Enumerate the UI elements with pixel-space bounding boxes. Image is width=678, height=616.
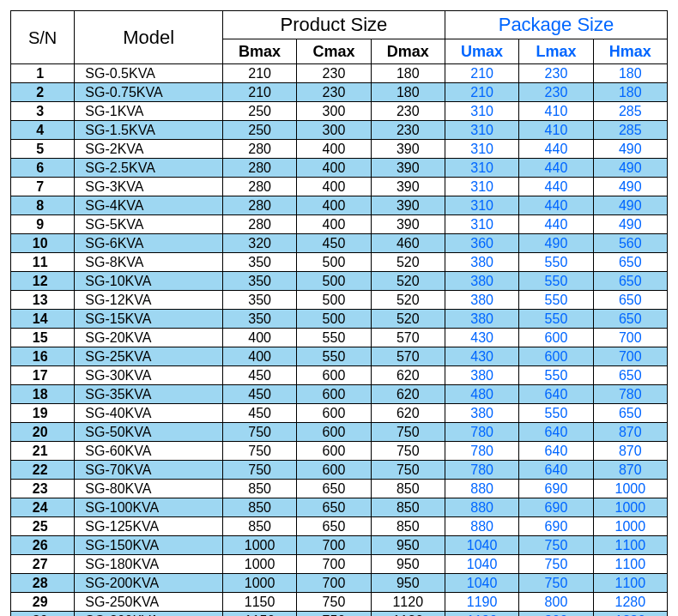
cell-cmax: 230 [297, 83, 371, 102]
cell-model: SG-8KVA [75, 253, 223, 272]
cell-umax: 210 [445, 64, 518, 83]
cell-sn: 4 [11, 121, 75, 140]
cell-hmax: 285 [593, 102, 667, 121]
cell-bmax: 450 [222, 366, 296, 385]
cell-bmax: 280 [222, 140, 296, 159]
cell-sn: 9 [11, 215, 75, 234]
table-row: 27SG-180KVA100070095010407501100 [11, 555, 668, 574]
cell-hmax: 180 [593, 83, 667, 102]
col-header-hmax: Hmax [593, 39, 667, 64]
cell-umax: 1040 [445, 555, 518, 574]
cell-dmax: 850 [371, 498, 445, 517]
cell-dmax: 750 [371, 423, 445, 442]
cell-hmax: 490 [593, 140, 667, 159]
cell-bmax: 850 [222, 517, 296, 536]
cell-model: SG-200KVA [75, 574, 223, 593]
cell-cmax: 500 [297, 291, 371, 310]
cell-dmax: 520 [371, 291, 445, 310]
cell-model: SG-40KVA [75, 404, 223, 423]
cell-lmax: 690 [519, 517, 593, 536]
cell-hmax: 560 [593, 234, 667, 253]
cell-dmax: 180 [371, 83, 445, 102]
cell-cmax: 600 [297, 404, 371, 423]
cell-cmax: 650 [297, 498, 371, 517]
cell-bmax: 280 [222, 178, 296, 196]
cell-bmax: 450 [222, 385, 296, 404]
cell-sn: 15 [11, 329, 75, 347]
col-header-dmax: Dmax [371, 39, 445, 64]
cell-dmax: 180 [371, 64, 445, 83]
cell-dmax: 750 [371, 461, 445, 480]
cell-model: SG-2.5KVA [75, 159, 223, 178]
cell-umax: 380 [445, 310, 518, 329]
table-row: 11SG-8KVA350500520380550650 [11, 253, 668, 272]
cell-model: SG-5KVA [75, 215, 223, 234]
table-row: 10SG-6KVA320450460360490560 [11, 234, 668, 253]
cell-hmax: 650 [593, 272, 667, 291]
cell-umax: 310 [445, 159, 518, 178]
cell-dmax: 570 [371, 347, 445, 366]
table-row: 16SG-25KVA400550570430600700 [11, 347, 668, 366]
table-row: 30SG-300KVA1150750112011908001280 [11, 612, 668, 617]
cell-sn: 16 [11, 347, 75, 366]
cell-umax: 880 [445, 517, 518, 536]
cell-bmax: 350 [222, 253, 296, 272]
cell-umax: 310 [445, 178, 518, 196]
cell-model: SG-20KVA [75, 329, 223, 347]
cell-cmax: 700 [297, 555, 371, 574]
cell-lmax: 640 [519, 442, 593, 461]
cell-sn: 6 [11, 159, 75, 178]
cell-model: SG-100KVA [75, 498, 223, 517]
table-row: 15SG-20KVA400550570430600700 [11, 329, 668, 347]
col-header-model: Model [75, 11, 223, 64]
cell-cmax: 300 [297, 121, 371, 140]
cell-umax: 210 [445, 83, 518, 102]
cell-dmax: 390 [371, 178, 445, 196]
cell-cmax: 230 [297, 64, 371, 83]
cell-model: SG-4KVA [75, 196, 223, 215]
cell-umax: 380 [445, 404, 518, 423]
cell-dmax: 570 [371, 329, 445, 347]
cell-sn: 28 [11, 574, 75, 593]
cell-bmax: 1000 [222, 536, 296, 555]
cell-model: SG-10KVA [75, 272, 223, 291]
cell-cmax: 600 [297, 385, 371, 404]
col-header-cmax: Cmax [297, 39, 371, 64]
cell-hmax: 1100 [593, 536, 667, 555]
table-row: 2SG-0.75KVA210230180210230180 [11, 83, 668, 102]
cell-dmax: 850 [371, 480, 445, 498]
cell-hmax: 650 [593, 404, 667, 423]
table-row: 8SG-4KVA280400390310440490 [11, 196, 668, 215]
cell-model: SG-0.5KVA [75, 64, 223, 83]
table-row: 6SG-2.5KVA280400390310440490 [11, 159, 668, 178]
cell-dmax: 1120 [371, 612, 445, 617]
cell-sn: 5 [11, 140, 75, 159]
cell-sn: 17 [11, 366, 75, 385]
cell-model: SG-150KVA [75, 536, 223, 555]
table-row: 23SG-80KVA8506508508806901000 [11, 480, 668, 498]
cell-lmax: 230 [519, 64, 593, 83]
table-row: 5SG-2KVA280400390310440490 [11, 140, 668, 159]
table-row: 4SG-1.5KVA250300230310410285 [11, 121, 668, 140]
cell-lmax: 410 [519, 121, 593, 140]
cell-umax: 430 [445, 347, 518, 366]
cell-bmax: 280 [222, 215, 296, 234]
cell-bmax: 750 [222, 442, 296, 461]
cell-cmax: 700 [297, 536, 371, 555]
cell-hmax: 700 [593, 347, 667, 366]
cell-lmax: 640 [519, 385, 593, 404]
cell-dmax: 520 [371, 310, 445, 329]
cell-umax: 310 [445, 215, 518, 234]
cell-model: SG-1.5KVA [75, 121, 223, 140]
cell-hmax: 1280 [593, 612, 667, 617]
cell-lmax: 750 [519, 555, 593, 574]
cell-sn: 13 [11, 291, 75, 310]
cell-lmax: 800 [519, 612, 593, 617]
cell-hmax: 1100 [593, 555, 667, 574]
cell-sn: 11 [11, 253, 75, 272]
cell-umax: 430 [445, 329, 518, 347]
table-row: 19SG-40KVA450600620380550650 [11, 404, 668, 423]
table-body: 1SG-0.5KVA2102301802102301802SG-0.75KVA2… [11, 64, 668, 617]
cell-dmax: 520 [371, 272, 445, 291]
cell-cmax: 500 [297, 310, 371, 329]
